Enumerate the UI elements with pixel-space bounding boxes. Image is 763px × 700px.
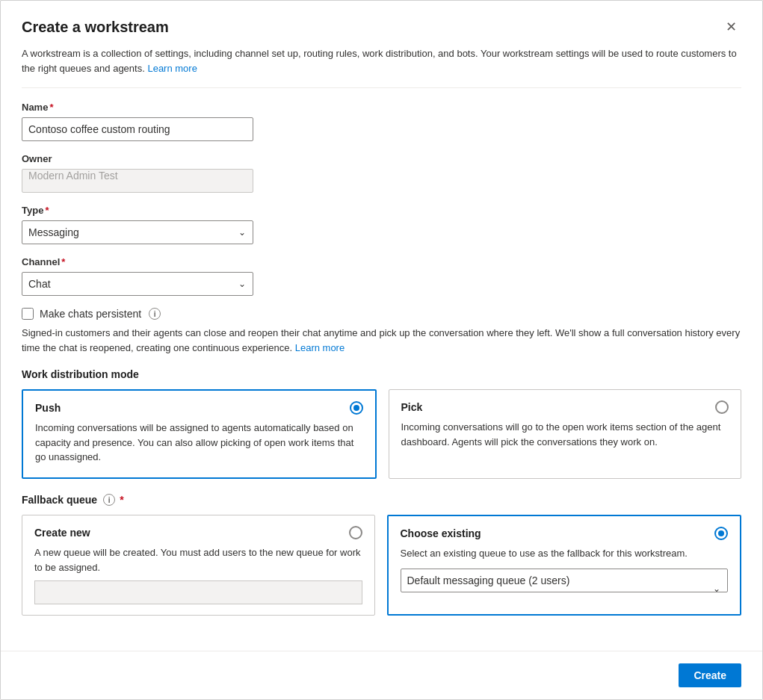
push-card-desc: Incoming conversations will be assigned …	[35, 421, 363, 465]
work-distribution-cards: Push Incoming conversations will be assi…	[22, 389, 741, 479]
name-section: Name*	[22, 102, 741, 141]
persistent-description: Signed-in customers and their agents can…	[22, 326, 741, 355]
type-label: Type*	[22, 205, 741, 216]
push-card-title: Push	[35, 402, 61, 414]
type-section: Type* Messaging Voice ⌄	[22, 205, 741, 244]
create-workstream-dialog: Create a workstream ✕ A workstream is a …	[0, 0, 763, 700]
create-new-radio[interactable]	[349, 526, 362, 539]
fallback-queue-title: Fallback queue	[22, 494, 97, 506]
push-card[interactable]: Push Incoming conversations will be assi…	[22, 389, 377, 479]
choose-existing-card[interactable]: Choose existing Select an existing queue…	[387, 515, 742, 616]
owner-section: Owner Modern Admin Test	[22, 153, 741, 193]
work-distribution-title: Work distribution mode	[22, 368, 741, 380]
choose-existing-desc: Select an existing queue to use as the f…	[401, 546, 729, 561]
channel-section: Channel* Chat Live Chat SMS WhatsApp ⌄	[22, 256, 741, 296]
name-input[interactable]	[22, 117, 253, 141]
fallback-queue-required: *	[120, 494, 123, 506]
existing-queue-select[interactable]: Default messaging queue (2 users)	[401, 569, 729, 592]
choose-existing-radio[interactable]	[714, 527, 728, 540]
existing-queue-wrapper: Default messaging queue (2 users) ⌄	[401, 561, 729, 592]
type-select-wrapper: Messaging Voice ⌄	[22, 220, 253, 244]
channel-select-wrapper: Chat Live Chat SMS WhatsApp ⌄	[22, 272, 253, 296]
type-select[interactable]: Messaging Voice	[22, 220, 253, 244]
choose-existing-title: Choose existing	[401, 527, 481, 539]
pick-radio[interactable]	[715, 400, 729, 414]
create-new-card[interactable]: Create new A new queue will be created. …	[22, 515, 375, 616]
name-label: Name*	[22, 102, 741, 113]
push-radio[interactable]	[350, 401, 363, 415]
owner-label: Owner	[22, 153, 741, 164]
description-learn-more-link[interactable]: Learn more	[147, 63, 197, 74]
persistent-label[interactable]: Make chats persistent	[40, 308, 141, 320]
choose-existing-header: Choose existing	[401, 527, 729, 540]
push-card-header: Push	[35, 401, 363, 415]
pick-card-header: Pick	[401, 400, 729, 414]
persistent-info-icon[interactable]: i	[149, 308, 161, 320]
pick-card[interactable]: Pick Incoming conversations will go to t…	[389, 389, 742, 479]
persistent-learn-more-link[interactable]: Learn more	[295, 342, 345, 353]
pick-card-desc: Incoming conversations will go to the op…	[401, 420, 729, 449]
dialog-header: Create a workstream ✕	[22, 19, 741, 36]
fallback-queue-section: Fallback queue i * Create new A new queu…	[22, 494, 741, 616]
close-button[interactable]: ✕	[721, 19, 741, 35]
persistent-checkbox-row: Make chats persistent i	[22, 308, 741, 320]
create-new-title: Create new	[34, 527, 90, 539]
pick-card-title: Pick	[401, 401, 423, 413]
fallback-queue-label-row: Fallback queue i *	[22, 494, 741, 506]
push-radio-inner	[353, 405, 359, 411]
fallback-queue-info-icon[interactable]: i	[103, 494, 115, 506]
persistent-checkbox[interactable]	[22, 308, 34, 320]
create-new-desc: A new queue will be created. You must ad…	[34, 545, 362, 574]
channel-label: Channel*	[22, 256, 741, 267]
channel-select[interactable]: Chat Live Chat SMS WhatsApp	[22, 272, 253, 296]
owner-value: Modern Admin Test	[22, 169, 253, 193]
fallback-queue-cards: Create new A new queue will be created. …	[22, 515, 741, 616]
dialog-description: A workstream is a collection of settings…	[22, 46, 741, 88]
choose-existing-radio-inner	[718, 530, 724, 536]
create-button[interactable]: Create	[679, 663, 741, 687]
dialog-title: Create a workstream	[22, 19, 169, 36]
create-new-input-area	[34, 580, 362, 604]
create-new-header: Create new	[34, 526, 362, 539]
dialog-footer: Create	[1, 651, 762, 699]
work-distribution-section: Work distribution mode Push Incoming con…	[22, 368, 741, 479]
